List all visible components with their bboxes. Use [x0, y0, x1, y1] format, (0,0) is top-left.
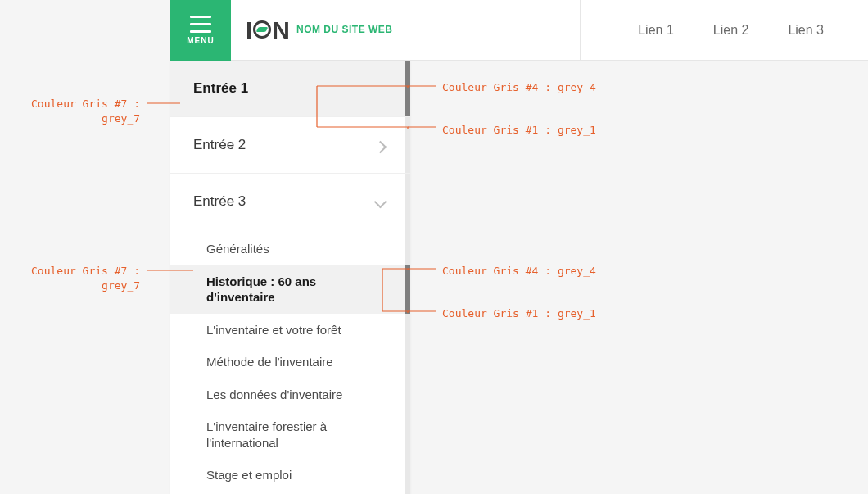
top-nav-link-1[interactable]: Lien 1 — [638, 23, 674, 38]
sidebar-subitem[interactable]: Les données d'inventaire — [170, 378, 410, 411]
sidebar-subitem[interactable]: L'inventaire forestier à l'international — [170, 410, 410, 459]
sidebar-subitem-label: L'inventaire forestier à l'international — [206, 419, 327, 450]
sidebar-section-head-1[interactable]: Entrée 1 — [170, 61, 410, 116]
logo-letter-i: I — [246, 16, 252, 44]
sidebar-section-label: Entrée 1 — [193, 80, 248, 97]
logo-text: NOM DU SITE WEB — [296, 24, 393, 35]
sidebar-section-1: Entrée 1 — [170, 61, 410, 117]
logo-letter-n: N — [272, 16, 290, 44]
sidebar-subitem-label: Stage et emploi — [206, 468, 292, 482]
sidebar-section-head-3[interactable]: Entrée 3 — [170, 174, 410, 229]
sidebar-section-label: Entrée 2 — [193, 137, 246, 153]
sidebar-subitem-label: Historique : 60 ans d'inventaire — [206, 274, 316, 305]
annotation-grey1-2: Couleur Gris #1 : grey_1 — [442, 306, 596, 321]
sidebar-section-3: Entrée 3 Généralités Historique : 60 ans… — [170, 174, 410, 494]
sidebar-subitem-label: Les données d'inventaire — [206, 387, 342, 401]
sidebar-subitems: Généralités Historique : 60 ans d'invent… — [170, 229, 410, 494]
sidebar-subitem[interactable]: Généralités — [170, 233, 410, 265]
menu-button-label: MENU — [187, 36, 214, 45]
sidebar-section-2: Entrée 2 — [170, 117, 410, 174]
hamburger-icon — [190, 16, 211, 33]
annotation-grey7-bottom: Couleur Gris #7 : grey_7 — [31, 264, 140, 292]
top-nav: Lien 1 Lien 2 Lien 3 — [638, 23, 868, 38]
sidebar-subitem[interactable]: Méthode de l'inventaire — [170, 346, 410, 378]
sidebar-section-label: Entrée 3 — [193, 193, 246, 210]
header-divider — [580, 0, 581, 61]
logo-leaf-icon — [253, 20, 271, 39]
sidebar-subitem-label: Méthode de l'inventaire — [206, 355, 333, 369]
annotation-grey4-2: Couleur Gris #4 : grey_4 — [442, 264, 596, 279]
top-bar: MENU I N NOM DU SITE WEB Lien 1 Lien 2 L… — [170, 0, 868, 61]
sidebar-subitem-label: L'inventaire et votre forêt — [206, 323, 341, 337]
sidebar-subitem[interactable]: L'inventaire et votre forêt — [170, 314, 410, 347]
sidebar-subitem[interactable]: Historique : 60 ans d'inventaire — [170, 265, 410, 314]
top-nav-link-3[interactable]: Lien 3 — [788, 23, 824, 38]
sidebar-panel: Entrée 1 Entrée 2 Entrée 3 Généralités H… — [170, 61, 410, 494]
annotation-grey7-top: Couleur Gris #7 : grey_7 — [31, 97, 140, 125]
annotation-grey1-1: Couleur Gris #1 : grey_1 — [442, 123, 596, 138]
sidebar-section-head-2[interactable]: Entrée 2 — [170, 117, 410, 173]
sidebar-subitem-label: Généralités — [206, 242, 269, 256]
site-logo[interactable]: I N NOM DU SITE WEB — [231, 16, 393, 44]
annotation-grey4-1: Couleur Gris #4 : grey_4 — [442, 80, 596, 95]
chevron-right-icon — [376, 139, 387, 151]
active-indicator-stripe — [405, 61, 410, 116]
sidebar-subitem[interactable]: Stage et emploi — [170, 459, 410, 492]
chevron-down-icon — [376, 196, 387, 207]
logo-mark: I N — [246, 16, 290, 44]
annotation-lines-layer — [0, 0, 868, 494]
active-indicator-stripe — [405, 265, 410, 314]
menu-button[interactable]: MENU — [170, 0, 231, 61]
top-nav-link-2[interactable]: Lien 2 — [713, 23, 749, 38]
